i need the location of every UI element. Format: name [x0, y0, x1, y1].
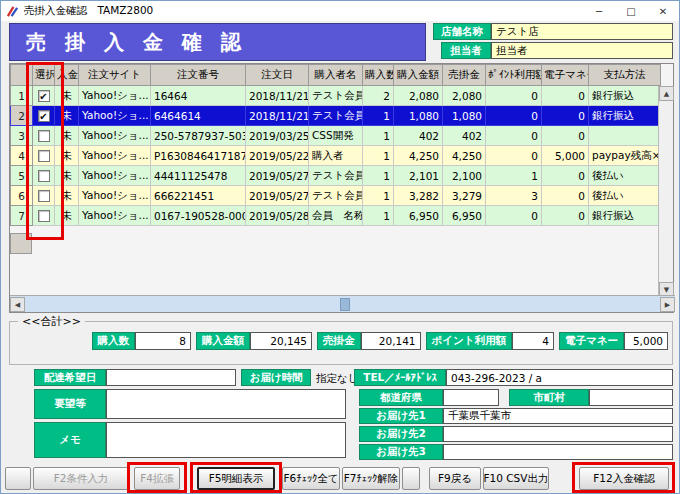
amount-cell: 1,080 [394, 106, 443, 126]
f7-uncheck-button[interactable]: F7ﾁｪｯｸ解除 [342, 467, 400, 490]
order-site-cell: Yahoo!ショ... [79, 106, 151, 126]
col-order-no[interactable]: 注文番号 [151, 65, 246, 86]
row-checkbox[interactable] [38, 130, 50, 142]
city-field[interactable] [589, 389, 673, 406]
row-number: 1 [11, 86, 33, 106]
table-row[interactable]: 4未Yahoo!ショ...P16308464171878...2019/05/2… [11, 146, 661, 166]
col-points[interactable]: ﾎﾟｲﾝﾄ利用額 [486, 65, 542, 86]
select-cell[interactable] [33, 206, 55, 226]
points-cell: 0 [486, 126, 542, 146]
window-title: 売掛入金確認 TAMZ2800 [24, 4, 153, 18]
scroll-right-icon[interactable]: ▶ [660, 297, 675, 312]
prefecture-field[interactable] [443, 389, 499, 406]
payment-method-cell: 銀行振込 [589, 206, 661, 226]
select-cell[interactable]: ✔ [33, 86, 55, 106]
payment-status-cell: 未 [55, 186, 79, 206]
requests-label: 要望等 [34, 389, 106, 419]
col-site[interactable]: 注文サイト [79, 65, 151, 86]
payment-status-cell: 未 [55, 126, 79, 146]
tel-field[interactable]: 043-296-2023 / a [446, 369, 673, 386]
row-checkbox[interactable]: ✔ [38, 110, 50, 122]
order-number-cell: 666221451 [151, 186, 246, 206]
order-site-cell: Yahoo!ショ... [79, 86, 151, 106]
col-payment[interactable]: 支払方法 [589, 65, 661, 86]
col-qty[interactable]: 購入数 [363, 65, 394, 86]
points-cell: 0 [486, 86, 542, 106]
points-cell: 3 [486, 186, 542, 206]
table-row[interactable]: 3未Yahoo!ショ...250-5787937-503...2019/03/2… [11, 126, 661, 146]
row-number: 7 [11, 206, 33, 226]
col-amount[interactable]: 購入金額 [394, 65, 443, 86]
delivery-date-field[interactable] [106, 369, 236, 386]
receivable-cell: 402 [443, 126, 486, 146]
qty-cell: 2 [363, 86, 394, 106]
table-row[interactable]: 7未Yahoo!ショ...0167-190528-000...2019/05/2… [11, 206, 661, 226]
qty-cell: 1 [363, 166, 394, 186]
select-cell[interactable] [33, 126, 55, 146]
f12-confirm-button[interactable]: F12入金確認 [579, 467, 669, 490]
scroll-up-icon[interactable]: ▲ [659, 86, 674, 101]
col-date[interactable]: 注文日 [246, 65, 309, 86]
select-cell[interactable] [33, 186, 55, 206]
row-checkbox[interactable] [38, 190, 50, 202]
store-name-field[interactable]: テスト店 [491, 23, 673, 40]
maximize-icon[interactable]: □ [615, 1, 647, 21]
emoney-cell: 0 [542, 166, 589, 186]
row-number: 2 [11, 106, 33, 126]
total-receivable-label: 売掛金 [317, 332, 361, 350]
address2-field[interactable] [443, 426, 673, 442]
memo-field[interactable] [106, 422, 346, 458]
row-checkbox[interactable]: ✔ [38, 90, 50, 102]
select-cell[interactable]: ✔ [33, 106, 55, 126]
horizontal-scroll-thumb[interactable] [340, 298, 350, 311]
row-checkbox[interactable] [38, 210, 50, 222]
qty-cell: 1 [363, 186, 394, 206]
requests-field[interactable] [106, 389, 346, 419]
col-emoney[interactable]: 電子マネー [542, 65, 589, 86]
receivable-cell: 2,080 [443, 86, 486, 106]
buyer-name-cell: CSS開発 [309, 126, 363, 146]
amount-cell: 3,282 [394, 186, 443, 206]
row-checkbox[interactable] [38, 170, 50, 182]
select-cell[interactable] [33, 146, 55, 166]
f2-condition-button: F2条件入力 [33, 467, 129, 490]
points-cell: 0 [486, 106, 542, 126]
payment-method-cell: 後払い [589, 186, 661, 206]
amount-cell: 2,101 [394, 166, 443, 186]
total-qty-value: 8 [135, 332, 191, 350]
address3-field[interactable] [443, 444, 673, 460]
f6-check-all-button[interactable]: F6ﾁｪｯｸ全て [282, 467, 340, 490]
address1-field[interactable]: 千葉県千葉市 [443, 408, 673, 424]
table-row[interactable]: 6未Yahoo!ショ...6662214512019/05/27テスト会員13,… [11, 186, 661, 206]
amount-cell: 402 [394, 126, 443, 146]
f9-back-button[interactable]: F9戻る [429, 467, 481, 490]
emoney-cell: 0 [542, 106, 589, 126]
delivery-time-value: 指定なし [316, 372, 359, 386]
f10-csv-button[interactable]: F10 CSV出力 [483, 467, 549, 490]
minimize-icon[interactable]: ─ [583, 1, 615, 21]
col-select[interactable]: 選択 [33, 65, 55, 86]
gutter-extension [10, 233, 32, 254]
col-receivable[interactable]: 売掛金 [443, 65, 486, 86]
vertical-scrollbar[interactable]: ▲ ▼ [658, 86, 673, 297]
col-nyukin[interactable]: 入金 [55, 65, 79, 86]
table-row[interactable]: 2✔未Yahoo!ショ...64646142018/11/21テスト会員11,0… [11, 106, 661, 126]
horizontal-scrollbar[interactable]: ◀ ▶ [10, 295, 675, 312]
close-icon[interactable]: ✕ [647, 1, 679, 21]
select-cell[interactable] [33, 166, 55, 186]
page-title: 売 掛 入 金 確 認 [9, 23, 426, 61]
row-checkbox[interactable] [38, 150, 50, 162]
order-number-cell: P16308464171878... [151, 146, 246, 166]
scroll-left-icon[interactable]: ◀ [10, 297, 25, 312]
f5-detail-button[interactable]: F5明細表示 [197, 467, 275, 490]
row-number: 4 [11, 146, 33, 166]
staff-field[interactable]: 担当者 [491, 42, 673, 59]
table-row[interactable]: 5未Yahoo!ショ...444111254782019/05/27テスト会員1… [11, 166, 661, 186]
tel-label: TEL／ﾒｰﾙｱﾄﾞﾚｽ [354, 369, 446, 386]
col-buyer[interactable]: 購入者名 [309, 65, 363, 86]
emoney-cell: 5,000 [542, 146, 589, 166]
table-row[interactable]: 1✔未Yahoo!ショ...164642018/11/21テスト会員22,080… [11, 86, 661, 106]
order-date-cell: 2019/05/27 [246, 166, 309, 186]
order-site-cell: Yahoo!ショ... [79, 166, 151, 186]
order-date-cell: 2018/11/21 [246, 106, 309, 126]
